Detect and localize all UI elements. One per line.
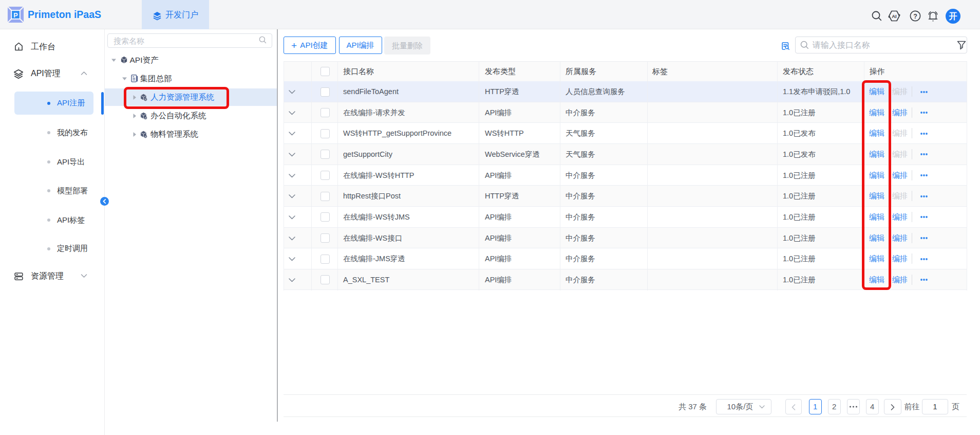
- svg-text:P: P: [13, 12, 17, 19]
- svg-text:AI: AI: [892, 13, 897, 19]
- svg-text:?: ?: [913, 13, 917, 20]
